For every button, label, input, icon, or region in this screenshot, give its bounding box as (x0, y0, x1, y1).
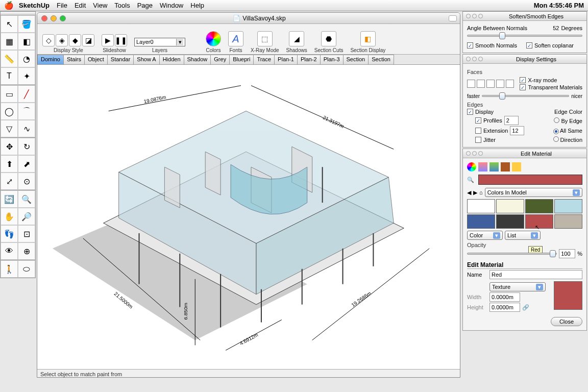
tab-show-a[interactable]: Show A (133, 55, 159, 64)
tape-tool[interactable]: 📏 (1, 50, 18, 67)
swatch[interactable] (554, 199, 582, 213)
minimize-window-icon[interactable] (51, 15, 57, 21)
style-textured-icon[interactable]: ◪ (82, 34, 94, 46)
layer-select[interactable]: Layer0▾ (134, 38, 185, 46)
apple-icon[interactable]: 🍎 (4, 1, 14, 10)
app-name[interactable]: SketchUp (19, 2, 50, 9)
transparency-slider[interactable] (482, 92, 569, 100)
profiles-input[interactable] (504, 116, 519, 125)
line-tool[interactable]: ╱ (18, 85, 35, 103)
style-wireframe-icon[interactable]: ◇ (42, 34, 55, 46)
nav-back-icon[interactable]: ◀ (467, 189, 471, 196)
jitter-checkbox[interactable] (475, 137, 481, 143)
list-mode-select[interactable]: List▾ (505, 231, 541, 240)
person-tool[interactable]: 🚶 (1, 260, 18, 278)
rotate-tool[interactable]: ↻ (18, 138, 35, 155)
tab-bluepri[interactable]: Bluepri (229, 55, 254, 64)
component-tool[interactable]: ▦ (1, 33, 18, 50)
link-icon[interactable]: 🔗 (522, 304, 529, 311)
text-tool[interactable]: T (1, 67, 18, 85)
display-edges-checkbox[interactable]: ✓ (467, 109, 473, 115)
play-icon[interactable]: ▶ (102, 34, 114, 46)
tab-object[interactable]: Object (84, 55, 108, 64)
look-tool[interactable]: 👁 (1, 242, 18, 260)
smooth-normals-checkbox[interactable]: ✓ (467, 42, 473, 48)
orbit-tool[interactable]: 🔄 (1, 190, 18, 208)
swatch-red[interactable]: ↖ (525, 214, 553, 229)
previous-tool[interactable]: ⊕ (18, 242, 35, 260)
swatch[interactable] (554, 214, 582, 229)
tab-section2[interactable]: Section (368, 55, 394, 64)
angle-slider[interactable] (467, 32, 582, 39)
xray-icon[interactable]: ⬚ (257, 31, 273, 46)
zoom-tool[interactable]: 🔍 (18, 190, 35, 208)
menu-edit[interactable]: Edit (75, 2, 86, 9)
style-hidden-icon[interactable]: ◈ (56, 34, 68, 46)
soften-coplanar-checkbox[interactable]: ✓ (526, 42, 532, 48)
by-edge-radio[interactable] (554, 117, 559, 123)
tab-section1[interactable]: Section (343, 55, 369, 64)
texture-height-input[interactable] (489, 303, 520, 312)
freehand-tool[interactable]: ∿ (18, 120, 35, 137)
section-cuts-icon[interactable]: ⬣ (321, 31, 336, 46)
tab-trace[interactable]: Trace (253, 55, 275, 64)
circle-tool[interactable]: ◯ (1, 103, 18, 120)
fonts-icon[interactable]: A (228, 31, 243, 46)
tab-shadow[interactable]: Shadow (184, 55, 211, 64)
scale-tool[interactable]: ⤢ (1, 173, 18, 190)
polygon-tool[interactable]: ▽ (1, 120, 18, 137)
eraser-tool[interactable]: ◧ (18, 33, 35, 50)
opacity-slider[interactable] (467, 250, 557, 257)
tab-standar[interactable]: Standar (107, 55, 134, 64)
menu-view[interactable]: View (93, 2, 107, 9)
pause-icon[interactable]: ❚❚ (115, 34, 127, 46)
zoom-window-icon[interactable] (60, 15, 66, 21)
offset-tool[interactable]: ⊙ (18, 173, 35, 190)
menu-tools[interactable]: Tools (114, 2, 130, 9)
color-library-select[interactable]: Colors In Model▾ (485, 188, 582, 197)
profiles-checkbox[interactable]: ✓ (475, 117, 481, 124)
extension-checkbox[interactable] (475, 128, 481, 134)
all-same-radio[interactable] (553, 129, 559, 134)
swatch[interactable] (496, 214, 524, 229)
extension-input[interactable] (510, 126, 524, 135)
shadows-icon[interactable]: ◢ (289, 31, 304, 46)
protractor-tool[interactable]: ◔ (18, 50, 35, 67)
tab-plan1[interactable]: Plan-1 (274, 55, 298, 64)
color-mode-select[interactable]: Color▾ (467, 231, 503, 240)
material-tab-icons[interactable] (467, 162, 582, 172)
tab-plan2[interactable]: Plan-2 (297, 55, 321, 64)
zoom-extents-tool[interactable]: ⊡ (18, 225, 35, 242)
xray-checkbox[interactable]: ✓ (520, 77, 526, 83)
section-display-icon[interactable]: ◧ (360, 31, 376, 46)
arc-tool[interactable]: ⌒ (18, 103, 35, 120)
swatch[interactable] (467, 214, 495, 229)
close-button[interactable]: Close (551, 317, 582, 326)
menu-help[interactable]: Help (190, 2, 204, 9)
pan-tool[interactable]: ✋ (1, 208, 18, 225)
nav-fwd-icon[interactable]: ▶ (473, 189, 477, 196)
paint-tool[interactable]: 🪣 (18, 15, 35, 33)
close-window-icon[interactable] (41, 15, 47, 21)
tab-stairs[interactable]: Stairs (63, 55, 85, 64)
swatch[interactable] (467, 199, 495, 213)
followme-tool[interactable]: ⬈ (18, 155, 35, 173)
tab-domino[interactable]: Domino (37, 55, 64, 64)
swatch[interactable] (525, 199, 553, 213)
tab-hidden[interactable]: Hidden (159, 55, 184, 64)
walk-tool[interactable]: 👣 (1, 225, 18, 242)
material-name-input[interactable] (489, 270, 582, 279)
menu-file[interactable]: File (57, 2, 67, 9)
colors-icon[interactable] (206, 31, 221, 46)
home-icon[interactable]: ⌂ (479, 189, 483, 195)
menu-window[interactable]: Window (160, 2, 183, 9)
texture-width-input[interactable] (489, 292, 520, 302)
viewport-3d[interactable]: 19.0876m 21.3197m 21.5000m 19.2686m 6.85… (37, 65, 460, 369)
axes-tool[interactable]: ✦ (18, 67, 35, 85)
texture-select[interactable]: Texture▾ (489, 282, 546, 291)
section-tool[interactable]: ⬭ (18, 260, 35, 278)
pushpull-tool[interactable]: ⬆ (1, 155, 18, 173)
zoom-window-tool[interactable]: 🔎 (18, 208, 35, 225)
tab-grey[interactable]: Grey (210, 55, 230, 64)
menu-page[interactable]: Page (137, 2, 153, 9)
